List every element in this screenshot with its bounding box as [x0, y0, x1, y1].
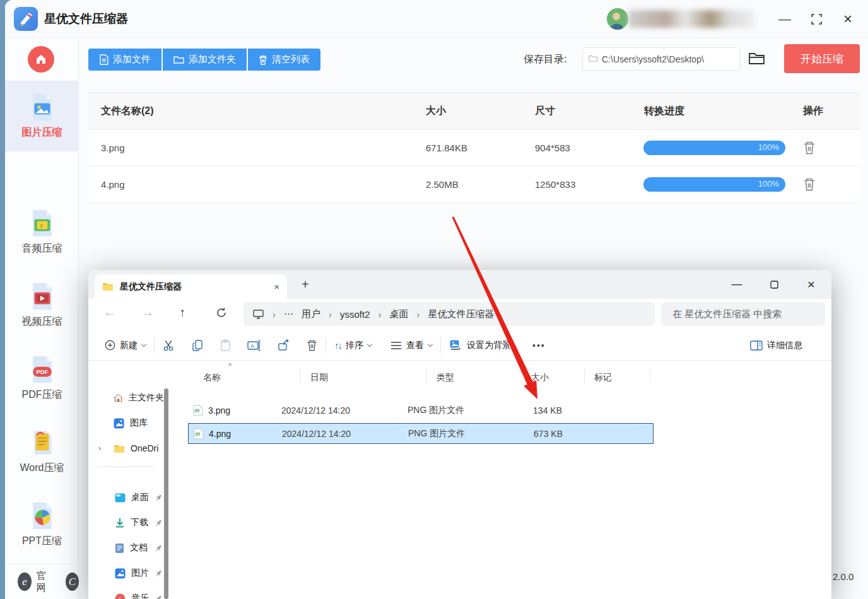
breadcrumb-user[interactable]: yssoft2	[340, 309, 370, 320]
sidebar-footer: e 官网 C	[5, 564, 79, 599]
add-folder-button[interactable]: 添加文件夹	[163, 49, 247, 71]
avatar[interactable]	[607, 8, 628, 30]
folder-icon	[102, 282, 114, 291]
sidebar-item-word-compress[interactable]: Word压缩	[5, 416, 79, 487]
maximize-button[interactable]	[807, 10, 825, 28]
file-row[interactable]: 3.png 2024/12/12 14:20 PNG 图片文件 134 KB	[188, 400, 654, 421]
this-pc-icon[interactable]	[252, 309, 264, 320]
up-button[interactable]: ↑	[179, 305, 185, 320]
rename-icon: A	[247, 340, 261, 351]
table-header-row: 文件名称(2) 大小 尺寸 转换进度 操作	[88, 92, 860, 130]
file-actions-group: 添加文件 添加文件夹 清空列表	[88, 49, 320, 71]
list-col-name[interactable]: 名称	[203, 372, 221, 383]
home-icon	[114, 393, 123, 403]
sidebar-item-music[interactable]: ♪ 音乐	[88, 588, 164, 599]
share-button[interactable]	[278, 339, 290, 351]
delete-button[interactable]	[307, 339, 317, 351]
cut-icon	[163, 339, 175, 352]
explorer-minimize-button[interactable]: —	[727, 275, 746, 294]
breadcrumb-desktop[interactable]: 桌面	[390, 308, 409, 320]
delete-row-button[interactable]	[803, 177, 816, 191]
search-input[interactable]: 在 星优文件压缩器 中搜索	[661, 302, 825, 326]
sidebar-item-audio-compress[interactable]: ♪ 音频压缩	[5, 197, 79, 267]
save-dir-input[interactable]	[582, 47, 740, 71]
pin-icon	[155, 595, 163, 599]
explorer-maximize-button[interactable]	[765, 275, 783, 294]
folder-icon	[114, 444, 125, 453]
paste-button[interactable]	[220, 339, 231, 352]
app-title: 星优文件压缩器	[44, 11, 128, 27]
file-list: ^ 名称 日期 类型 大小 标记 3.png	[169, 361, 831, 599]
refresh-icon	[216, 307, 227, 318]
list-col-tags[interactable]: 标记	[594, 372, 612, 383]
sidebar-item-gallery[interactable]: 图库	[88, 412, 164, 434]
set-background-button[interactable]: 设置为背景	[449, 339, 511, 351]
expand-chevron-icon[interactable]: ›	[98, 444, 101, 453]
new-button[interactable]: 新建	[105, 340, 146, 351]
details-button[interactable]: 详细信息	[750, 340, 802, 351]
download-icon	[115, 518, 125, 528]
tab-close-button[interactable]: ×	[274, 281, 279, 292]
sidebar-item-pictures[interactable]: 图片	[88, 562, 164, 584]
delete-row-button[interactable]	[803, 141, 816, 154]
view-button[interactable]: 查看	[390, 340, 432, 351]
cut-button[interactable]	[163, 339, 175, 352]
explorer-body: 主文件夹 图库 › OneDri	[88, 361, 831, 599]
sidebar-item-onedrive[interactable]: › OneDri	[88, 438, 164, 459]
trash-icon	[803, 141, 816, 154]
rename-button[interactable]: A	[247, 340, 261, 351]
start-compress-button[interactable]: 开始压缩	[784, 44, 860, 73]
support-icon[interactable]: C	[66, 573, 79, 591]
official-site-link[interactable]: e 官网	[18, 570, 50, 594]
svg-text:PDF: PDF	[36, 368, 48, 375]
more-options-button[interactable]: •••	[532, 340, 546, 351]
sidebar-item-home[interactable]: 主文件夹	[88, 387, 164, 409]
music-icon: ♪	[115, 593, 126, 599]
sort-arrows-icon: ↑↓	[334, 340, 341, 351]
copy-button[interactable]	[192, 339, 204, 352]
paste-icon	[220, 339, 231, 352]
wallpaper-icon	[449, 339, 462, 351]
minimize-button[interactable]: —	[776, 10, 794, 28]
breadcrumb-ellipsis[interactable]: ⋯	[284, 308, 293, 320]
breadcrumb-users[interactable]: 用户	[302, 308, 320, 320]
plus-circle-icon	[105, 340, 115, 351]
file-explorer-window: 星优文件压缩器 × + — × ← → ↑	[88, 270, 831, 599]
home-button[interactable]	[28, 46, 54, 73]
sort-button[interactable]: ↑↓ 排序	[334, 340, 372, 351]
chevron-right-icon: ›	[417, 309, 420, 320]
list-col-type[interactable]: 类型	[437, 372, 454, 383]
list-col-date[interactable]: 日期	[310, 372, 328, 383]
explorer-close-button[interactable]: ×	[802, 275, 821, 294]
browse-folder-button[interactable]	[748, 50, 766, 66]
add-file-button[interactable]: 添加文件	[88, 49, 161, 71]
back-button[interactable]: ←	[103, 305, 116, 320]
close-button[interactable]: ×	[839, 10, 857, 28]
sidebar-item-video-compress[interactable]: 视频压缩	[5, 270, 79, 340]
version-label: 2.0.0	[833, 571, 853, 582]
breadcrumb-folder[interactable]: 星优文件压缩器	[428, 308, 495, 320]
sidebar-item-documents[interactable]: 文档	[88, 537, 164, 559]
sidebar-item-desktop[interactable]: 桌面	[88, 487, 164, 508]
trash-icon	[803, 177, 816, 191]
refresh-button[interactable]	[216, 307, 227, 318]
ppt-file-icon	[28, 501, 57, 530]
col-dimensions: 尺寸	[535, 93, 555, 129]
sidebar-item-image-compress[interactable]: 图片压缩	[5, 81, 79, 151]
new-tab-button[interactable]: +	[302, 277, 309, 292]
chevron-down-icon	[367, 341, 372, 346]
sidebar-item-downloads[interactable]: 下载	[88, 512, 164, 533]
browser-e-icon: e	[18, 573, 32, 591]
sidebar-item-pdf-compress[interactable]: PDF PDF压缩	[5, 343, 79, 414]
file-row-selected[interactable]: 4.png 2024/12/12 14:20 PNG 图片文件 673 KB	[188, 423, 654, 444]
cell-size: 671.84KB	[426, 130, 467, 166]
sidebar-scrollbar[interactable]	[164, 388, 168, 599]
explorer-tab[interactable]: 星优文件压缩器 ×	[95, 274, 287, 299]
list-col-size[interactable]: 大小	[531, 372, 549, 383]
forward-button[interactable]: →	[141, 305, 154, 320]
image-file-icon	[28, 93, 57, 122]
sidebar-item-ppt-compress[interactable]: PPT压缩	[5, 489, 79, 560]
clear-list-button[interactable]: 清空列表	[248, 49, 320, 71]
breadcrumb: › ⋯ 用户 › yssoft2 › 桌面 › 星优文件压缩器	[243, 302, 655, 326]
gallery-icon	[114, 418, 124, 429]
